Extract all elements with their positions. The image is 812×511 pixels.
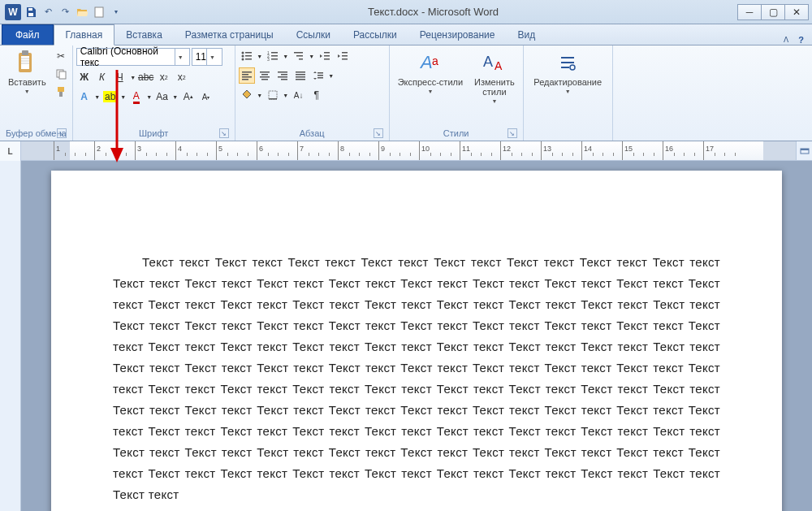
underline-dd-icon[interactable]: ▼ — [130, 69, 136, 85]
maximize-button[interactable]: ▢ — [761, 4, 785, 20]
ruler-horizontal[interactable]: L 1234567891011121314151617 — [0, 141, 812, 161]
svg-rect-1 — [28, 13, 33, 16]
italic-button[interactable]: К — [94, 69, 110, 85]
quick-styles-button[interactable]: Aa Экспресс-стили ▼ — [393, 48, 468, 96]
tab-рецензирование[interactable]: Рецензирование — [408, 25, 507, 45]
minimize-button[interactable]: ─ — [737, 4, 762, 20]
close-button[interactable]: ✕ — [784, 4, 809, 20]
tab-вид[interactable]: Вид — [506, 25, 546, 45]
svg-rect-23 — [296, 55, 303, 57]
svg-rect-50 — [269, 91, 277, 99]
text-effects-dd-icon[interactable]: ▼ — [94, 89, 101, 105]
group-editing: Редактирование ▼ — [524, 45, 613, 141]
numbering-button[interactable]: 123 — [265, 48, 281, 64]
svg-rect-44 — [296, 74, 305, 76]
strikethrough-button[interactable]: abc — [138, 69, 154, 85]
save-icon[interactable] — [24, 5, 38, 19]
help-icon[interactable]: ? — [798, 35, 804, 45]
paragraph-launcher-icon[interactable]: ↘ — [374, 128, 383, 138]
sort-button[interactable]: A↓ — [291, 87, 307, 103]
tab-ссылки[interactable]: Ссылки — [285, 25, 342, 45]
bullets-dd-icon[interactable]: ▼ — [257, 48, 263, 64]
copy-icon[interactable] — [53, 66, 69, 82]
styles-launcher-icon[interactable]: ↘ — [508, 128, 517, 138]
paste-button[interactable]: Вставить ▼ — [3, 48, 51, 127]
align-left-button[interactable] — [239, 67, 255, 84]
svg-rect-0 — [28, 8, 32, 11]
word-app-icon[interactable]: W — [5, 4, 21, 20]
underline-button[interactable]: Ч — [112, 69, 128, 85]
tab-разметка страницы[interactable]: Разметка страницы — [174, 25, 285, 45]
document-page[interactable]: Текст текст Текст текст Текст текст Текс… — [51, 171, 782, 511]
highlight-button[interactable]: ab — [102, 89, 119, 105]
tab-вставка[interactable]: Вставка — [114, 25, 174, 45]
font-family-combo[interactable]: Calibri (Основной текс▼ — [76, 48, 190, 66]
borders-button[interactable] — [265, 87, 281, 103]
format-painter-icon[interactable] — [53, 84, 69, 100]
svg-rect-51 — [269, 98, 277, 100]
svg-text:a: a — [432, 54, 438, 67]
highlight-dd-icon[interactable]: ▼ — [120, 89, 127, 105]
file-tab[interactable]: Файл — [2, 24, 54, 45]
svg-rect-13 — [245, 55, 252, 57]
text-effects-button[interactable]: A — [76, 89, 93, 105]
svg-rect-34 — [242, 79, 248, 80]
ruler-toggle-icon[interactable] — [796, 141, 812, 160]
multilevel-dd-icon[interactable]: ▼ — [309, 48, 315, 64]
svg-rect-47 — [317, 72, 323, 74]
grow-font-button[interactable]: A▴ — [180, 89, 197, 105]
line-spacing-dd-icon[interactable]: ▼ — [328, 67, 335, 84]
line-spacing-button[interactable] — [310, 67, 326, 84]
change-styles-button[interactable]: AA Изменить стили ▼ — [469, 48, 520, 106]
show-marks-button[interactable]: ¶ — [309, 87, 325, 103]
shading-dd-icon[interactable]: ▼ — [257, 87, 263, 103]
document-scroll[interactable]: Текст текст Текст текст Текст текст Текс… — [21, 161, 812, 511]
ruler-vertical[interactable] — [0, 161, 21, 511]
change-case-dd-icon[interactable]: ▼ — [172, 89, 179, 105]
font-launcher-icon[interactable]: ↘ — [219, 128, 229, 138]
svg-rect-48 — [317, 75, 323, 76]
align-justify-button[interactable] — [292, 67, 309, 84]
decrease-indent-button[interactable] — [317, 48, 333, 64]
ribbon: Вставить ▼ ✂ Буфер обмена↘ Calibri (Осно… — [0, 45, 812, 141]
clipboard-launcher-icon[interactable]: ↘ — [57, 128, 67, 138]
bullets-button[interactable] — [239, 48, 255, 64]
undo-icon[interactable]: ↶ — [41, 5, 55, 19]
work-area: Текст текст Текст текст Текст текст Текс… — [0, 161, 812, 511]
subscript-button[interactable]: x2 — [156, 69, 172, 85]
open-icon[interactable] — [75, 5, 89, 19]
numbering-dd-icon[interactable]: ▼ — [283, 48, 289, 64]
bold-button[interactable]: Ж — [76, 69, 93, 85]
editing-button[interactable]: Редактирование ▼ — [529, 48, 607, 127]
ribbon-minimize-icon[interactable]: ᐱ — [784, 36, 788, 44]
shading-button[interactable] — [239, 87, 255, 103]
tab-selector[interactable]: L — [0, 141, 21, 161]
svg-rect-8 — [58, 87, 64, 92]
svg-rect-21 — [271, 58, 278, 60]
group-label-styles: Стили↘ — [393, 127, 520, 141]
cut-icon[interactable]: ✂ — [53, 48, 69, 64]
ribbon-tabs: Файл ГлавнаяВставкаРазметка страницыСсыл… — [0, 24, 812, 45]
change-case-button[interactable]: Aa — [154, 89, 171, 105]
redo-icon[interactable]: ↷ — [58, 5, 72, 19]
svg-rect-39 — [278, 71, 287, 73]
svg-rect-35 — [260, 71, 270, 73]
shrink-font-button[interactable]: A▾ — [198, 89, 214, 105]
qat-customize-icon[interactable]: ▼ — [109, 5, 123, 19]
align-center-button[interactable] — [257, 67, 273, 84]
multilevel-button[interactable] — [291, 48, 307, 64]
tab-рассылки[interactable]: Рассылки — [342, 25, 408, 45]
superscript-button[interactable]: x2 — [174, 69, 190, 85]
tab-главная[interactable]: Главная — [54, 24, 115, 45]
increase-indent-button[interactable] — [335, 48, 351, 64]
font-size-combo[interactable]: 11▼ — [192, 48, 222, 66]
svg-text:3: 3 — [267, 57, 270, 61]
document-text[interactable]: Текст текст Текст текст Текст текст Текс… — [113, 252, 720, 505]
svg-text:A: A — [483, 54, 493, 70]
font-color-dd-icon[interactable]: ▼ — [146, 89, 153, 105]
new-icon[interactable] — [92, 5, 106, 19]
borders-dd-icon[interactable]: ▼ — [283, 87, 289, 103]
align-right-button[interactable] — [274, 67, 291, 84]
font-color-button[interactable]: A — [128, 89, 145, 105]
svg-rect-28 — [342, 52, 348, 54]
